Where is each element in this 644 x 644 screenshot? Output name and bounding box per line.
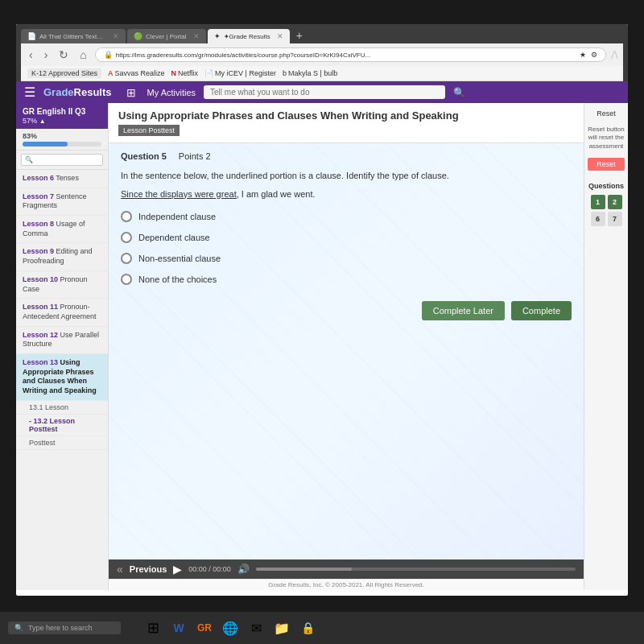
sidebar-item-lesson7[interactable]: Lesson 7 Sentence Fragments (16, 188, 108, 216)
sidebar-item-lesson11[interactable]: Lesson 11 Pronoun-Antecedent Agreement (16, 299, 108, 326)
taskbar-icon-lock[interactable]: 🔒 (296, 617, 319, 639)
right-panel: Reset Reset button will reset the assess… (584, 103, 628, 590)
sidebar-search-input[interactable] (21, 154, 103, 166)
tab-2-label: Clever | Portal (146, 33, 187, 40)
question-underlined: Since the displays were great, (121, 189, 239, 199)
sidebar-progress: 83% (16, 129, 108, 151)
sidebar-progress-pct: 57% (23, 117, 37, 125)
gr-logo-results: Results (74, 86, 112, 98)
option-1-label: Independent clause (138, 212, 216, 221)
address-bar-row: ‹ › ↻ ⌂ 🔒 https://lms.graderesults.com/g… (21, 43, 623, 66)
tab-3-favicon: ✦ (214, 32, 221, 40)
taskbar-icon-graderesults[interactable]: GR (193, 617, 216, 639)
media-progress-bar[interactable] (256, 568, 576, 571)
tab-2-favicon: 🟢 (134, 32, 142, 40)
taskbar-icon-windows[interactable]: ⊞ (142, 617, 164, 639)
content-area: Using Appropriate Phrases and Clauses Wh… (109, 103, 584, 590)
volume-icon[interactable]: 🔊 (237, 564, 250, 575)
sidebar-item-lesson12[interactable]: Lesson 12 Use Parallel Structure (16, 327, 108, 354)
reset-button[interactable]: Reset (588, 158, 625, 171)
q-num-2[interactable]: 2 (608, 195, 622, 209)
radio-1[interactable] (121, 211, 132, 222)
gr-logo: GradeResults (43, 86, 112, 98)
complete-later-button[interactable]: Complete Later (422, 301, 505, 320)
sidebar-subitem-posttest[interactable]: Posttest (16, 436, 108, 450)
tab-3-close[interactable]: ✕ (277, 32, 283, 40)
bookmark-bulb[interactable]: b Makyla S | bulb (283, 69, 337, 77)
profile-icon[interactable]: Λ (611, 48, 618, 61)
copyright-bar: Grade Results, Inc. © 2005-2021. All Rig… (109, 579, 584, 590)
option-4[interactable]: None of the choices (121, 274, 572, 285)
sidebar-item-lesson13[interactable]: Lesson 13 Using Appropriate Phrases and … (16, 354, 108, 401)
option-2[interactable]: Dependent clause (121, 232, 572, 243)
sidebar-course-label: GR English II Q3 57% ▲ (16, 103, 108, 129)
media-time: 00:00 / 00:00 (188, 565, 231, 573)
back-button[interactable]: ‹ (26, 47, 36, 63)
bulb-icon: b (283, 69, 287, 77)
browser-chrome: 📄 All That Glitters Textbook Unit 4 ✕ 🟢 … (16, 24, 628, 81)
gr-search-input[interactable] (204, 85, 445, 99)
bookmark-k12[interactable]: K-12 Approved Sites (27, 68, 101, 78)
content-title: Using Appropriate Phrases and Clauses Wh… (118, 109, 574, 122)
home-button[interactable]: ⌂ (76, 47, 89, 63)
option-3-label: Non-essential clause (138, 254, 221, 263)
media-bar: « Previous ▶ 00:00 / 00:00 🔊 (109, 559, 584, 579)
radio-4[interactable] (121, 274, 132, 285)
previous-button[interactable]: Previous (130, 564, 167, 574)
gr-logo-grade: Grade (43, 86, 74, 98)
tab-2[interactable]: 🟢 Clever | Portal ✕ (127, 29, 206, 43)
menu-icon[interactable]: ☰ (24, 85, 35, 100)
tab-1-favicon: 📄 (27, 32, 36, 40)
bookmark-savvas[interactable]: A Savvas Realize (108, 69, 165, 77)
refresh-button[interactable]: ↻ (56, 47, 72, 63)
taskbar: 🔍 Type here to search ⊞ W GR 🌐 ✉ 📁 🔒 (0, 612, 644, 644)
q-num-1[interactable]: 1 (591, 195, 605, 209)
media-progress-fill (256, 568, 352, 571)
bookmark-icev[interactable]: 📄 My iCEV | Register (204, 69, 276, 77)
taskbar-search[interactable]: 🔍 Type here to search (8, 621, 121, 634)
taskbar-icon-mail[interactable]: ✉ (245, 617, 267, 639)
question-numbers: 1 2 6 7 (588, 195, 625, 226)
address-bar-icons: ★ ⚙ (580, 51, 597, 59)
sidebar-item-lesson10[interactable]: Lesson 10 Pronoun Case (16, 271, 108, 299)
search-icon[interactable]: 🔍 (453, 87, 465, 98)
tab-3[interactable]: ✦ ✦Grade Results ✕ (208, 29, 290, 43)
play-button[interactable]: ▶ (173, 563, 182, 576)
gr-header: ☰ GradeResults ⊞ My Activities 🔍 (16, 81, 628, 103)
radio-3[interactable] (121, 253, 132, 264)
forward-button[interactable]: › (41, 47, 52, 63)
option-1[interactable]: Independent clause (121, 211, 572, 222)
taskbar-icon-files[interactable]: 📁 (270, 617, 293, 639)
tab-1-close[interactable]: ✕ (113, 32, 119, 40)
option-4-label: None of the choices (138, 275, 217, 284)
q-num-7[interactable]: 7 (608, 212, 622, 226)
my-activities-label[interactable]: My Activities (147, 88, 196, 97)
radio-2[interactable] (121, 232, 132, 243)
q-num-6[interactable]: 6 (591, 212, 605, 226)
question-sentence-rest: I am glad we went. (242, 189, 316, 199)
complete-button[interactable]: Complete (511, 301, 572, 320)
option-3[interactable]: Non-essential clause (121, 253, 572, 264)
star-icon[interactable]: ★ (580, 51, 586, 59)
sidebar-item-lesson9[interactable]: Lesson 9 Editing and Proofreading (16, 243, 108, 270)
taskbar-icon-word[interactable]: W (167, 617, 190, 639)
sidebar-arrow: ▲ (39, 118, 46, 125)
bookmark-netflix[interactable]: N Netflix (171, 69, 199, 77)
previous-label: Previous (130, 564, 167, 574)
reset-note: Reset button will reset the assessment (588, 126, 625, 151)
sidebar-item-lesson8[interactable]: Lesson 8 Usage of Comma (16, 216, 108, 243)
sidebar-subitem-13-2[interactable]: - 13.2 Lesson Posttest (16, 415, 108, 436)
taskbar-icon-edge[interactable]: 🌐 (219, 617, 242, 639)
taskbar-search-label: Type here to search (28, 624, 93, 632)
sidebar-item-lesson6[interactable]: Lesson 6 Tenses (16, 170, 108, 188)
tab-1[interactable]: 📄 All That Glitters Textbook Unit 4 ✕ (21, 29, 126, 43)
grid-icon[interactable]: ⊞ (126, 86, 136, 99)
extensions-icon[interactable]: ⚙ (591, 51, 597, 59)
sidebar-score: 83% (23, 132, 101, 140)
new-tab-button[interactable]: + (291, 27, 308, 43)
tab-2-close[interactable]: ✕ (193, 32, 200, 40)
progress-bar-container (23, 142, 101, 147)
tab-3-label: ✦Grade Results (224, 33, 270, 40)
sidebar-subitem-13-1[interactable]: 13.1 Lesson (16, 401, 108, 415)
address-input[interactable]: 🔒 https://lms.graderesults.com/gr/module… (95, 47, 606, 62)
